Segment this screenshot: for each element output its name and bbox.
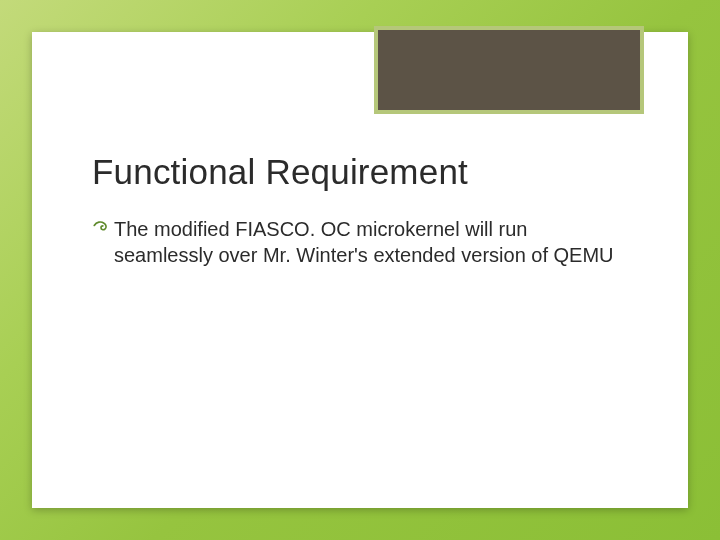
swirl-bullet-icon: [92, 218, 114, 236]
bullet-text: The modified FIASCO. OC microkernel will…: [114, 216, 628, 268]
slide-title: Functional Requirement: [92, 152, 628, 192]
slide-card: Functional Requirement The modified FIAS…: [32, 32, 688, 508]
decorative-corner-box: [374, 26, 644, 114]
slide-content: Functional Requirement The modified FIAS…: [92, 152, 628, 268]
slide-background: Functional Requirement The modified FIAS…: [0, 0, 720, 540]
bullet-item: The modified FIASCO. OC microkernel will…: [92, 216, 628, 268]
